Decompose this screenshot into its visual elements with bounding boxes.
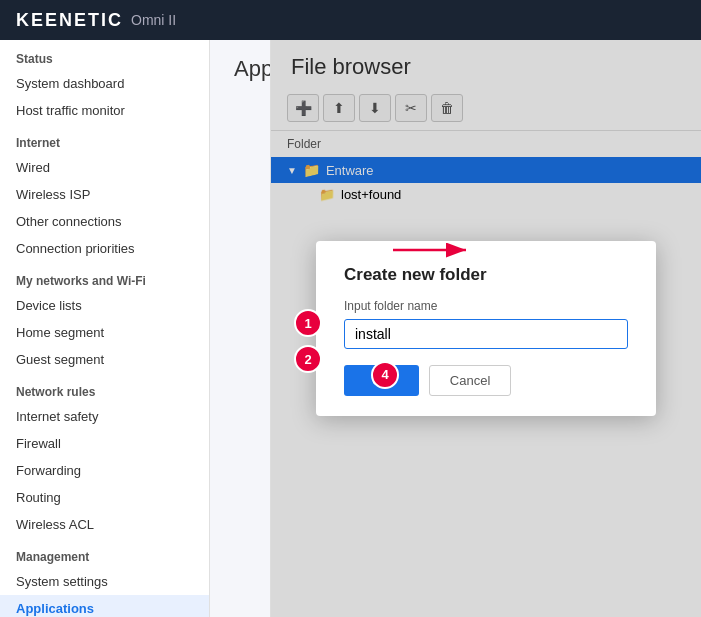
main-content: Applications File browser ➕ ⬆ ⬇ ✂	[210, 40, 701, 617]
sidebar-item-device-lists[interactable]: Device lists	[0, 292, 209, 319]
file-browser-panel: File browser ➕ ⬆ ⬇ ✂ 🗑	[270, 40, 701, 617]
sidebar-item-system-settings[interactable]: System settings	[0, 568, 209, 595]
sidebar-section-status: Status	[0, 40, 209, 70]
brand-name: KEENETIC	[16, 10, 123, 31]
sidebar-item-wired[interactable]: Wired	[0, 154, 209, 181]
annotation-4: 4	[371, 361, 399, 389]
annotation-2: 2	[294, 345, 322, 373]
sidebar-item-host-traffic-monitor[interactable]: Host traffic monitor	[0, 97, 209, 124]
create-folder-modal: Create new folder Input folder name OK C…	[316, 241, 656, 416]
sidebar-item-wireless-isp[interactable]: Wireless ISP	[0, 181, 209, 208]
modal-title: Create new folder	[344, 265, 628, 285]
folder-name-input[interactable]	[344, 319, 628, 349]
sidebar-section-management: Management	[0, 538, 209, 568]
sidebar-section-networks: My networks and Wi-Fi	[0, 262, 209, 292]
cancel-button[interactable]: Cancel	[429, 365, 511, 396]
sidebar-item-home-segment[interactable]: Home segment	[0, 319, 209, 346]
brand-model: Omni II	[131, 12, 176, 28]
modal-input-label: Input folder name	[344, 299, 628, 313]
topbar: KEENETIC Omni II	[0, 0, 701, 40]
sidebar-item-applications[interactable]: Applications	[0, 595, 209, 617]
sidebar-item-forwarding[interactable]: Forwarding	[0, 457, 209, 484]
sidebar-item-other-connections[interactable]: Other connections	[0, 208, 209, 235]
brand: KEENETIC Omni II	[16, 10, 176, 31]
sidebar-item-firewall[interactable]: Firewall	[0, 430, 209, 457]
sidebar-item-wireless-acl[interactable]: Wireless ACL	[0, 511, 209, 538]
sidebar-item-guest-segment[interactable]: Guest segment	[0, 346, 209, 373]
modal-backdrop: Create new folder Input folder name OK C…	[271, 40, 701, 617]
sidebar-item-connection-priorities[interactable]: Connection priorities	[0, 235, 209, 262]
sidebar-item-routing[interactable]: Routing	[0, 484, 209, 511]
sidebar-item-internet-safety[interactable]: Internet safety	[0, 403, 209, 430]
sidebar: Status System dashboard Host traffic mon…	[0, 40, 210, 617]
sidebar-section-internet: Internet	[0, 124, 209, 154]
sidebar-item-system-dashboard[interactable]: System dashboard	[0, 70, 209, 97]
sidebar-section-network-rules: Network rules	[0, 373, 209, 403]
layout: Status System dashboard Host traffic mon…	[0, 40, 701, 617]
annotation-1: 1	[294, 309, 322, 337]
